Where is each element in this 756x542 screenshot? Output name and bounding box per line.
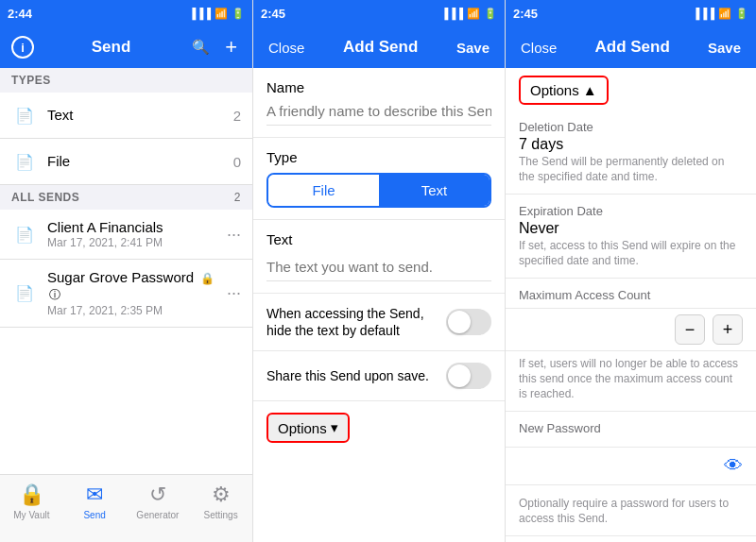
options-button[interactable]: Options ▾	[266, 413, 350, 443]
all-sends-count: 2	[234, 191, 241, 204]
list-item-file[interactable]: 📄 File 0	[0, 139, 252, 185]
right-options-scroll: Deletion Date 7 days The Send will be pe…	[506, 110, 756, 542]
options-chevron-up: ▲	[583, 82, 597, 98]
hide-toggle-label: When accessing the Send, hide the text b…	[266, 305, 446, 339]
list-item-sugar-grove[interactable]: 📄 Sugar Grove Password 🔒 ⓘ Mar 17, 2021,…	[0, 260, 252, 328]
list-item-client-a[interactable]: 📄 Client A Financials Mar 17, 2021, 2:41…	[0, 210, 252, 260]
new-password-desc: Optionally require a password for users …	[519, 497, 743, 526]
password-row: 👁	[506, 448, 756, 485]
status-icons-middle: ▐▐▐ 📶 🔋	[441, 8, 497, 20]
toggle-file[interactable]: File	[268, 175, 379, 206]
settings-icon: ⚙	[212, 483, 231, 507]
all-sends-section-header: ALL SENDS 2	[0, 185, 252, 210]
password-input[interactable]	[519, 458, 724, 474]
client-a-title: Client A Financials	[47, 219, 219, 235]
right-navbar: Close Add Send Save	[506, 26, 756, 68]
deletion-date-desc: The Send will be permanently deleted on …	[519, 155, 743, 184]
client-a-menu[interactable]: ···	[227, 225, 241, 245]
share-toggle[interactable]	[446, 363, 491, 389]
signal-icon-r: ▐▐▐	[693, 8, 714, 19]
deletion-date-value: 7 days	[519, 136, 743, 153]
share-toggle-row: Share this Send upon save.	[253, 351, 505, 401]
text-item-label: Text	[47, 107, 74, 123]
text-section: Text	[253, 220, 505, 294]
deletion-date-section: Deletion Date 7 days The Send will be pe…	[506, 110, 756, 195]
hide-toggle[interactable]	[446, 309, 491, 335]
middle-navbar-title: Add Send	[343, 38, 418, 57]
generator-label: Generator	[136, 510, 179, 520]
text-item-content: Text	[47, 107, 233, 124]
counter-minus-button[interactable]: −	[675, 314, 705, 345]
list-item-text[interactable]: 📄 Text 2	[0, 93, 252, 139]
tab-settings[interactable]: ⚙ Settings	[189, 483, 252, 520]
type-label: Type	[266, 149, 491, 165]
battery-icon-m: 🔋	[484, 8, 497, 20]
add-send-button-left[interactable]: +	[221, 35, 241, 59]
type-section: Type File Text	[253, 138, 505, 220]
signal-icon: ▐▐▐	[189, 8, 211, 19]
left-navbar: i Send 🔍 +	[0, 26, 252, 68]
hide-toggle-knob	[448, 311, 471, 333]
signal-icon-m: ▐▐▐	[441, 8, 463, 19]
status-icons-left: ▐▐▐ 📶 🔋	[189, 8, 245, 20]
options-btn-container: Options ▾	[253, 401, 505, 462]
notes-section: Notes	[506, 536, 756, 542]
left-navbar-title: Send	[92, 38, 131, 57]
options-expanded-button[interactable]: Options ▲	[519, 76, 609, 105]
save-button-middle[interactable]: Save	[453, 40, 493, 56]
share-toggle-label: Share this Send upon save.	[266, 367, 446, 384]
search-button[interactable]: 🔍	[188, 39, 214, 56]
counter-plus-button[interactable]: +	[713, 314, 743, 345]
hide-toggle-row: When accessing the Send, hide the text b…	[253, 294, 505, 351]
sugar-grove-date: Mar 17, 2021, 2:35 PM	[47, 304, 219, 317]
tab-bar: 🔒 My Vault ✉ Send ↺ Generator ⚙ Settings	[0, 474, 252, 542]
text-input[interactable]	[266, 253, 491, 281]
vault-icon: 🔒	[19, 483, 44, 507]
status-icons-right: ▐▐▐ 📶 🔋	[693, 8, 748, 20]
tab-generator[interactable]: ↺ Generator	[127, 483, 190, 520]
tab-send[interactable]: ✉ Send	[63, 483, 127, 520]
save-button-right[interactable]: Save	[704, 40, 745, 56]
info-button[interactable]: i	[11, 36, 34, 59]
wifi-icon-m: 📶	[467, 8, 480, 20]
new-password-section: New Password	[506, 412, 756, 448]
toggle-text[interactable]: Text	[379, 175, 490, 206]
close-button-middle[interactable]: Close	[265, 40, 308, 56]
sugar-grove-content: Sugar Grove Password 🔒 ⓘ Mar 17, 2021, 2…	[47, 269, 219, 317]
name-label: Name	[266, 79, 491, 95]
status-time-middle: 2:45	[261, 7, 285, 21]
sugar-grove-menu[interactable]: ···	[227, 283, 241, 303]
status-time-right: 2:45	[513, 7, 538, 21]
status-bar-right: 2:45 ▐▐▐ 📶 🔋	[506, 0, 756, 26]
tab-vault[interactable]: 🔒 My Vault	[0, 483, 63, 520]
max-access-desc: If set, users will no longer be able to …	[519, 357, 743, 401]
expiration-date-value: Never	[519, 220, 743, 237]
name-input[interactable]	[266, 97, 491, 126]
close-button-right[interactable]: Close	[517, 40, 560, 56]
client-a-date: Mar 17, 2021, 2:41 PM	[47, 236, 219, 249]
eye-icon[interactable]: 👁	[724, 455, 743, 477]
new-password-label: New Password	[519, 421, 743, 435]
sugar-grove-title: Sugar Grove Password 🔒 ⓘ	[47, 269, 219, 303]
text-item-count: 2	[233, 108, 241, 124]
vault-label: My Vault	[13, 510, 49, 520]
max-access-section: Maximum Access Count	[506, 279, 756, 309]
text-doc-icon: 📄	[11, 102, 38, 128]
expiration-date-label: Expiration Date	[519, 204, 743, 218]
options-expanded-label: Options	[530, 82, 579, 98]
wifi-icon: 📶	[215, 8, 228, 20]
middle-form-scroll: Name Type File Text Text When accessing …	[253, 68, 505, 542]
status-time-left: 2:44	[8, 7, 32, 21]
right-panel: 2:45 ▐▐▐ 📶 🔋 Close Add Send Save Options…	[506, 0, 756, 542]
settings-label: Settings	[204, 510, 238, 520]
right-navbar-title: Add Send	[594, 38, 669, 57]
deletion-date-label: Deletion Date	[519, 120, 743, 134]
middle-navbar: Close Add Send Save	[253, 26, 505, 68]
client-a-icon: 📄	[11, 221, 38, 247]
left-spacer	[0, 328, 252, 474]
battery-icon: 🔋	[232, 8, 245, 20]
new-password-desc-section: Optionally require a password for users …	[506, 485, 756, 536]
lock-icon-small: 🔒	[200, 272, 215, 285]
file-item-label: File	[47, 153, 70, 169]
expiration-date-desc: If set, access to this Send will expire …	[519, 239, 743, 268]
